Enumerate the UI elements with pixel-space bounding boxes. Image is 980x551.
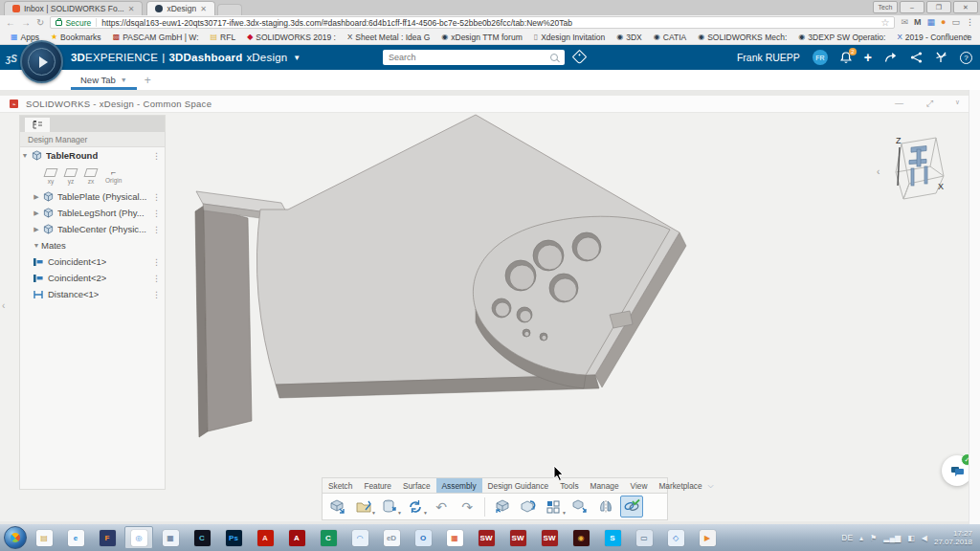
search-input[interactable] [383, 53, 550, 62]
browser-tab-xdesign[interactable]: xDesign ✕ [146, 1, 214, 15]
tab-close-icon[interactable]: ✕ [128, 5, 135, 13]
plane-xy[interactable]: xy [45, 168, 56, 185]
add-content-icon[interactable]: + [864, 51, 872, 64]
add-dashboard-tab-button[interactable]: + [145, 74, 151, 87]
chevron-down-icon[interactable]: ▼ [293, 54, 301, 62]
tray-volume-icon[interactable]: ◀ [922, 534, 927, 542]
tab-close-icon[interactable]: ✕ [200, 5, 207, 13]
extension-m-icon[interactable]: M [914, 18, 922, 27]
minimize-button[interactable]: – [900, 1, 924, 13]
chevron-collapsed-icon[interactable]: ▶ [32, 226, 41, 233]
dashboard-tab-new-tab[interactable]: New Tab ▼ [71, 70, 137, 90]
global-search[interactable] [383, 50, 565, 65]
tree-node-mate[interactable]: Coincident<2> ⋮ [20, 270, 165, 286]
mirror-button[interactable] [594, 496, 617, 518]
profile-chip[interactable]: Tech [873, 1, 898, 13]
cast-icon[interactable]: ▭ [951, 18, 960, 27]
undo-button[interactable]: ↶ [430, 496, 453, 518]
tag-icon[interactable] [572, 50, 588, 65]
app-expand-icon[interactable]: ⤢ [926, 99, 933, 109]
tree-node-mates[interactable]: ▼ Mates [20, 237, 165, 253]
plane-yz[interactable]: yz [65, 168, 77, 185]
tray-network-icon[interactable]: ▂▄▆ [883, 534, 901, 542]
browser-menu-icon[interactable]: ⋮ [966, 18, 974, 27]
taskbar-icon[interactable]: SW [503, 526, 532, 549]
open-component-button[interactable]: ▼ [352, 496, 375, 518]
bookmark-item[interactable]: ◉ 3DX [612, 33, 647, 42]
bookmark-item[interactable]: ◉ 3DEXP SW Operatio: [793, 33, 890, 42]
taskbar-icon[interactable]: ◉ [567, 526, 595, 549]
start-button[interactable] [4, 526, 27, 549]
design-tree-tab[interactable] [25, 118, 50, 132]
bookmark-star-icon[interactable]: ☆ [881, 18, 890, 28]
taskbar-icon[interactable]: C [314, 526, 343, 549]
tray-display-icon[interactable]: ◧ [907, 534, 915, 542]
chevron-down-icon[interactable]: ▼ [121, 77, 127, 83]
tree-node-root[interactable]: ▼ TableRound ⋮ [20, 147, 165, 164]
kebab-menu-icon[interactable]: ⋮ [152, 151, 161, 161]
kebab-menu-icon[interactable]: ⋮ [152, 274, 161, 283]
kebab-menu-icon[interactable]: ⋮ [152, 225, 161, 234]
app-collapse-icon[interactable]: ᵛ [956, 99, 959, 109]
bookmark-item[interactable]: ◉ SOLIDWORKS Mech: [693, 33, 791, 42]
taskbar-icon[interactable]: ▭ [630, 526, 658, 549]
new-tab-button[interactable] [217, 4, 242, 15]
tab-view[interactable]: View [625, 478, 654, 493]
taskbar-icon[interactable]: eD [377, 526, 406, 549]
platform-breadcrumb[interactable]: 3DEXPERIENCE | 3DDashboard xDesign ▼ [71, 52, 301, 63]
scroll-gutter[interactable] [969, 90, 980, 524]
share-icon[interactable] [884, 52, 898, 63]
redo-button[interactable]: ↷ [456, 496, 479, 518]
kebab-menu-icon[interactable]: ⋮ [152, 257, 161, 267]
origin[interactable]: ⌐Origin [105, 169, 122, 184]
view-cube[interactable]: ‹ Z X [877, 130, 965, 205]
taskbar-icon[interactable]: O [409, 526, 437, 549]
avatar[interactable]: FR [813, 50, 828, 65]
taskbar-icon[interactable]: ▤ [30, 526, 58, 549]
extension-panels-icon[interactable]: ▦ [927, 18, 936, 27]
app-minimize-icon[interactable]: — [895, 99, 903, 109]
bookmark-item[interactable]: ◆ SOLIDWORKS 2019 : [242, 33, 341, 42]
browser-tab-inbox[interactable]: Inbox | SOLIDWORKS Fo... ✕ [4, 1, 143, 15]
kebab-menu-icon[interactable]: ⋮ [152, 209, 161, 218]
bookmark-item[interactable]: ◉ CATIA [649, 33, 691, 42]
address-bar[interactable]: Secure https://dsqal163-euw1-20qts30717-… [50, 16, 895, 29]
insert-component-button[interactable] [326, 496, 349, 518]
tree-node-component[interactable]: ▶ TablePlate (Physical... ⋮ [20, 188, 165, 205]
tab-manage[interactable]: Manage [585, 478, 625, 493]
tab-sketch[interactable]: Sketch [323, 478, 358, 493]
taskbar-icon[interactable]: ▦ [440, 526, 469, 549]
mate-button[interactable] [620, 496, 643, 518]
user-name[interactable]: Frank RUEPP [737, 52, 800, 63]
extension-mail-icon[interactable]: ✉ [901, 18, 908, 27]
forward-icon[interactable]: → [21, 18, 31, 28]
share-nodes-icon[interactable] [910, 52, 923, 63]
insert-existing-button[interactable] [491, 496, 514, 518]
chevron-collapse-icon[interactable]: ⌵ [708, 481, 718, 491]
viewcube-arrow-icon[interactable]: ‹ [877, 166, 880, 177]
swym-icon[interactable] [935, 52, 947, 63]
bookmark-item[interactable]: X Sheet Metal : Idea G [343, 33, 434, 42]
bookmark-item[interactable]: ◉ xDesign TTM forum [436, 33, 526, 42]
bookmarks-overflow-icon[interactable]: » [965, 32, 969, 41]
taskbar-icon[interactable]: ▦ [156, 526, 185, 549]
taskbar-icon[interactable]: A [251, 526, 279, 549]
tab-surface[interactable]: Surface [397, 478, 436, 493]
tree-node-component[interactable]: ▶ TableLegShort (Phy... ⋮ [20, 205, 165, 221]
tray-flag-icon[interactable]: ⚑ [870, 534, 877, 542]
tree-node-mate[interactable]: Coincident<1> ⋮ [20, 253, 165, 270]
back-icon[interactable]: ← [6, 18, 15, 28]
tab-assembly[interactable]: Assembly [436, 478, 482, 493]
viewport[interactable]: Design Manager ▼ TableRound ⋮ xy yz zx ⌐… [0, 113, 969, 521]
close-button[interactable]: ✕ [953, 1, 978, 13]
bookmark-item[interactable]: ▤ RFL [206, 33, 241, 42]
taskbar-icon[interactable]: ▶ [693, 526, 722, 549]
chevron-collapsed-icon[interactable]: ▶ [32, 193, 41, 201]
tree-node-mate[interactable]: Distance<1> ⋮ [20, 286, 165, 302]
taskbar-icon[interactable]: ◎ [124, 526, 153, 549]
taskbar-clock[interactable]: 17:27 27.07.2018 [934, 529, 972, 546]
taskbar-icon[interactable]: C [188, 526, 216, 549]
taskbar-icon[interactable]: S [598, 526, 627, 549]
kebab-menu-icon[interactable]: ⋮ [152, 290, 161, 299]
move-component-button[interactable] [568, 496, 591, 518]
